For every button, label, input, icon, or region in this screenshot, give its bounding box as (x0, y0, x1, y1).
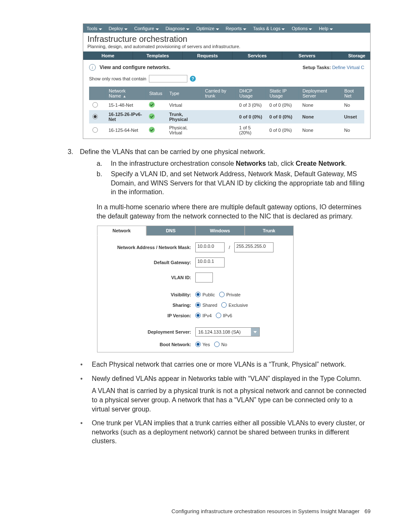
menu-configure[interactable]: Configure (131, 26, 162, 31)
page-footer: Configuring infrastructure orchestration… (171, 508, 371, 514)
menu-deploy[interactable]: Deploy (105, 26, 131, 31)
tab-network[interactable]: Network (97, 226, 146, 236)
col-carried-by-trunk[interactable]: Carried by trunk (202, 87, 236, 100)
chevron-down-icon (156, 26, 159, 31)
status-ok-icon (149, 127, 155, 133)
tab-services[interactable]: Services (233, 51, 282, 60)
menu-optimize[interactable]: Optimize (193, 26, 222, 31)
app-subheading: Planning, design, and automated provisio… (87, 44, 366, 49)
setup-tasks: Setup Tasks: Define Virtual C (302, 65, 364, 70)
filter-label: Show only rows that contain (89, 76, 146, 81)
menu-diagnose[interactable]: Diagnose (162, 26, 193, 31)
label-network-address-mask: Network Address / Network Mask: (103, 245, 195, 250)
radio-sharing-shared[interactable]: Shared (195, 302, 217, 308)
chevron-down-icon (309, 26, 312, 31)
chevron-down-icon (281, 26, 285, 31)
tab-servers[interactable]: Servers (282, 51, 332, 60)
status-ok-icon (149, 113, 155, 119)
select-deployment-server[interactable]: 16.124.133.108 (SA) (195, 327, 260, 337)
tab-templates[interactable]: Templates (133, 51, 183, 60)
radio-visibility-public[interactable]: Public (195, 292, 215, 297)
input-network-mask[interactable]: 255.255.255.0 (234, 242, 274, 252)
row-radio[interactable] (92, 102, 98, 108)
table-row[interactable]: 16-125-64-Net Physical, Virtual 1 of 5 (… (89, 123, 364, 137)
radio-boot-no[interactable]: No (214, 342, 227, 347)
networks-table: Network Name▲ Status Type Carried by tru… (89, 87, 364, 137)
chevron-down-icon (243, 26, 246, 31)
section-title: View and configure networks. (100, 64, 170, 70)
row-radio[interactable] (92, 114, 98, 119)
step-3: 3. Define the VLANs that can be carried … (64, 147, 371, 198)
chevron-down-icon (186, 26, 189, 31)
label-default-gateway: Default Gateway: (103, 260, 195, 265)
menu-tasks-logs[interactable]: Tasks & Logs (250, 26, 288, 31)
tab-windows[interactable]: Windows (195, 226, 245, 236)
info-icon: i (89, 64, 96, 71)
table-row[interactable]: 16-125-26-IPv6-Net Trunk, Physical 0 of … (89, 110, 364, 123)
menu-reports[interactable]: Reports (223, 26, 250, 31)
col-type[interactable]: Type (166, 87, 201, 100)
tab-storage[interactable]: Storage (332, 51, 371, 60)
tab-trunk[interactable]: Trunk (245, 226, 294, 236)
label-ip-version: IP Version: (103, 313, 195, 318)
menubar: Tools Deploy Configure Diagnose Optimize… (83, 24, 370, 33)
label-visibility: Visibility: (103, 292, 195, 297)
bullet-2: Newly defined VLANs appear in Networks t… (80, 374, 371, 414)
bullet-1: Each Physical network that carries one o… (80, 360, 371, 369)
label-vlan-id: VLAN ID: (103, 275, 195, 280)
table-row[interactable]: 15-1-48-Net Virtual 0 of 3 (0%) 0 of 0 (… (89, 100, 364, 110)
tab-home[interactable]: Home (83, 51, 133, 60)
step-3a: a. In the infrastructure orchestration c… (97, 159, 371, 168)
col-status[interactable]: Status (146, 87, 166, 100)
input-default-gateway[interactable]: 10.0.0.1 (195, 257, 225, 267)
help-icon[interactable]: ? (190, 76, 196, 82)
input-vlan-id[interactable] (195, 272, 213, 283)
radio-ipv6[interactable]: IPv6 (216, 313, 232, 318)
screenshot-network-form: Network DNS Windows Trunk Network Addres… (97, 226, 294, 352)
menu-options[interactable]: Options (288, 26, 315, 31)
chevron-down-icon (330, 26, 333, 31)
chevron-down-icon (99, 26, 102, 31)
menu-tools[interactable]: Tools (83, 26, 105, 31)
radio-ipv4[interactable]: IPv4 (195, 313, 212, 318)
link-define-virtual[interactable]: Define Virtual C (332, 65, 364, 70)
radio-boot-yes[interactable]: Yes (195, 342, 210, 347)
row-radio[interactable] (92, 127, 98, 133)
radio-visibility-private[interactable]: Private (219, 292, 240, 297)
menu-help[interactable]: Help (315, 26, 336, 31)
col-network-name[interactable]: Network Name▲ (105, 87, 146, 100)
app-heading: Infrastructure orchestration (87, 34, 366, 44)
paragraph-multihome: In a multi-home scenario where there are… (97, 203, 371, 221)
tab-dns[interactable]: DNS (146, 226, 196, 236)
input-network-address[interactable]: 10.0.0.0 (195, 242, 225, 252)
chevron-down-icon[interactable] (251, 328, 259, 336)
chevron-down-icon (216, 26, 219, 31)
chevron-down-icon (124, 26, 128, 31)
radio-sharing-exclusive[interactable]: Exclusive (221, 302, 248, 308)
col-select (89, 87, 105, 100)
col-dhcp-usage[interactable]: DHCP Usage (236, 87, 266, 100)
bullet-3: One trunk per VLAN implies that a trunk … (80, 419, 371, 446)
sort-asc-icon: ▲ (123, 94, 126, 98)
screenshot-networks-table: Tools Deploy Configure Diagnose Optimize… (83, 23, 371, 139)
nav-tabs: Home Templates Requests Services Servers… (83, 51, 370, 60)
filter-input[interactable] (149, 75, 187, 82)
step-3b: b. Specify a VLAN ID, and set Network Ad… (97, 170, 371, 197)
label-deployment-server: Deployment Server: (103, 329, 195, 334)
label-boot-network: Boot Network: (103, 342, 195, 347)
status-ok-icon (149, 102, 155, 108)
col-boot-net[interactable]: Boot Net (341, 87, 364, 100)
col-deployment-server[interactable]: Deployment Server (299, 87, 341, 100)
label-sharing: Sharing: (103, 303, 195, 308)
col-static-ip-usage[interactable]: Static IP Usage (266, 87, 299, 100)
tab-requests[interactable]: Requests (183, 51, 233, 60)
